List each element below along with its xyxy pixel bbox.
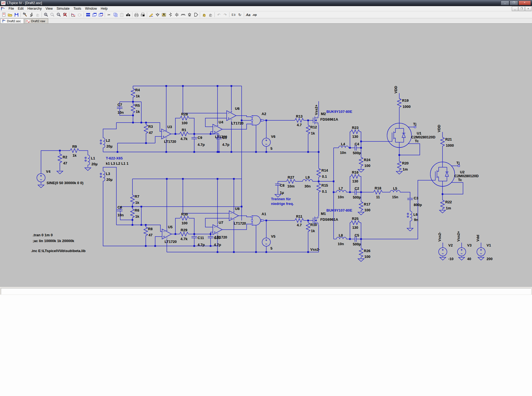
print-icon[interactable]: [133, 12, 140, 18]
component-R17[interactable]: R17 100: [359, 202, 370, 212]
component-U3[interactable]: U3 LT1720: [162, 125, 176, 144]
zoom-out-icon[interactable]: [55, 12, 62, 18]
net-label-vss2plus-src[interactable]: Vss2+: [456, 231, 461, 242]
zoom-in-icon[interactable]: [43, 12, 49, 18]
component-C9[interactable]: C9 4.7p: [198, 136, 205, 147]
component-R11[interactable]: R11 4.7: [295, 214, 304, 227]
component-U5[interactable]: U5 LT1720: [162, 225, 177, 244]
component-V6[interactable]: V6 5: [262, 134, 275, 151]
waveform-icon[interactable]: [70, 12, 76, 18]
component-R29[interactable]: R29 4.7k: [180, 228, 188, 241]
rotate-icon[interactable]: ↻: [237, 12, 243, 18]
component-R22[interactable]: R22 1m: [441, 200, 452, 210]
run-icon[interactable]: [28, 12, 34, 18]
save-icon[interactable]: [13, 12, 20, 18]
component-L5[interactable]: L5 15n: [390, 186, 400, 199]
net-label-vss2minus-src[interactable]: Vss2-: [438, 232, 442, 242]
coupling-directive[interactable]: k1 L3 L2 L1 1: [106, 161, 129, 166]
spice-directive-icon[interactable]: .op: [251, 12, 258, 18]
wire-icon[interactable]: [148, 12, 154, 18]
component-R19[interactable]: R19 1000: [397, 98, 411, 109]
component-L4[interactable]: L4 10n: [339, 142, 349, 155]
find-icon[interactable]: [125, 12, 131, 18]
title-bar[interactable]: LT LTspice IV - [Draft2.asc] _ ❒ ×: [0, 0, 532, 6]
component-R9[interactable]: R9 1k: [70, 144, 79, 158]
capacitor-icon[interactable]: [173, 12, 180, 18]
component-C8[interactable]: C8 1µ: [280, 183, 285, 195]
note-line1[interactable]: Trennen für: [271, 197, 291, 201]
component-R28[interactable]: R28 100: [180, 112, 189, 125]
ground-icon[interactable]: [154, 12, 161, 18]
component-L7[interactable]: L7 10n: [336, 186, 346, 199]
mirror-icon[interactable]: E∃: [230, 12, 237, 18]
net-label-vss2plus[interactable]: Vss2+: [314, 105, 318, 115]
component-V5[interactable]: V5 5: [262, 234, 275, 250]
component-R16[interactable]: R16 130: [351, 170, 360, 183]
menu-help[interactable]: Help: [99, 6, 110, 11]
arrange-windows-icon[interactable]: [98, 12, 104, 18]
control-panel-icon[interactable]: [22, 12, 28, 18]
component-R8[interactable]: R8 47: [144, 227, 153, 237]
net-label-vdd-src[interactable]: Vdd: [476, 235, 480, 242]
component-U4[interactable]: U4 LT1720: [213, 120, 227, 139]
close-button[interactable]: ×: [518, 1, 531, 5]
component-R7[interactable]: R7 1k: [131, 194, 139, 205]
component-R12[interactable]: R12 1k: [306, 125, 317, 135]
tab-draft2-raw[interactable]: Draft2.raw: [24, 18, 48, 23]
component-R6[interactable]: R6 1k: [131, 208, 139, 219]
menu-hierarchy[interactable]: Hierarchy: [25, 6, 44, 11]
new-schematic-icon[interactable]: [1, 12, 7, 18]
menu-edit[interactable]: Edit: [16, 6, 25, 11]
component-U8[interactable]: U8 LT1720: [229, 207, 246, 225]
mdi-restore-button[interactable]: ❒: [518, 6, 525, 11]
component-R5[interactable]: R5 1k: [131, 103, 140, 114]
note-line2[interactable]: niedrige freq.: [271, 202, 294, 206]
schematic-canvas[interactable]: V4 SINE(0 50 30000k 0 0) R2 47 R9 1k L1 …: [0, 24, 532, 287]
component-R10[interactable]: R10 1k: [306, 223, 317, 233]
menu-tools[interactable]: Tools: [71, 6, 83, 11]
component-L1[interactable]: L1 20µ: [85, 155, 98, 166]
tile-windows-icon[interactable]: [85, 12, 91, 18]
component-C5[interactable]: C5 500p: [353, 233, 361, 246]
component-A2[interactable]: A2: [251, 112, 266, 125]
component-R14[interactable]: R14 0.1: [317, 168, 328, 179]
component-C11[interactable]: C11 4.7p: [198, 236, 205, 247]
copy-icon[interactable]: [112, 12, 119, 18]
menu-simulate[interactable]: Simulate: [55, 6, 71, 11]
drag-icon[interactable]: [207, 12, 214, 18]
mdi-minimize-button[interactable]: _: [512, 6, 518, 11]
component-R26[interactable]: R26 100: [359, 248, 370, 259]
net-label-vdd-1[interactable]: VDD: [394, 86, 398, 93]
maximize-button[interactable]: ❒: [510, 1, 518, 5]
move-icon[interactable]: [201, 12, 207, 18]
tran-directive[interactable]: .tran 0 1m 0: [33, 233, 53, 237]
component-L9[interactable]: L9 30n: [303, 175, 313, 188]
component-R24[interactable]: R24 100: [359, 157, 371, 168]
inc-directive[interactable]: .inc E:\LTspiceIV\lib\sub\beta.lib: [31, 249, 86, 253]
component-L6[interactable]: L6 9n: [407, 211, 418, 222]
component-R25[interactable]: R25 130: [351, 217, 360, 230]
component-L8[interactable]: L8 10n: [336, 233, 346, 246]
component-R15[interactable]: R15 0.1: [317, 183, 328, 194]
component-R18[interactable]: R18 11: [374, 186, 382, 199]
component-C2[interactable]: C2 500p: [353, 186, 361, 199]
component-U6[interactable]: U6 LT1720: [227, 106, 244, 125]
net-label-vdd-2[interactable]: VDD: [437, 125, 441, 132]
open-icon[interactable]: [7, 12, 13, 18]
ac-directive[interactable]: ;ac lin 10000k 1k 20000k: [33, 239, 74, 243]
component-L2[interactable]: L2 20µ: [100, 138, 112, 148]
component-R2[interactable]: R2 47: [58, 154, 67, 165]
component-R27[interactable]: R27 10m: [287, 175, 295, 188]
menu-view[interactable]: View: [44, 6, 55, 11]
inductor-icon[interactable]: [180, 12, 186, 18]
component-icon[interactable]: [193, 12, 199, 18]
component-A1[interactable]: A1: [251, 212, 266, 225]
component-R21[interactable]: R21 1000: [441, 137, 454, 148]
component-V4[interactable]: V4 SINE(0 50 30000k 0 0): [37, 169, 83, 185]
mdi-close-button[interactable]: ×: [525, 6, 531, 11]
resistor-icon[interactable]: [167, 12, 173, 18]
component-R23[interactable]: R23 130: [351, 126, 360, 139]
menu-file[interactable]: File: [7, 6, 16, 11]
label-icon[interactable]: A: [161, 12, 167, 18]
net-label-vss2minus[interactable]: Vss2-: [310, 247, 320, 252]
